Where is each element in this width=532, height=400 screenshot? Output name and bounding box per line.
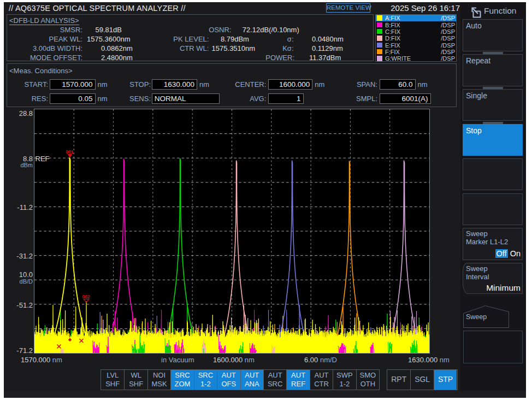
svg-text:Sweep: Sweep [466, 313, 487, 321]
svg-text:002: 002 [82, 294, 90, 299]
svg-text:001: 001 [66, 149, 74, 155]
